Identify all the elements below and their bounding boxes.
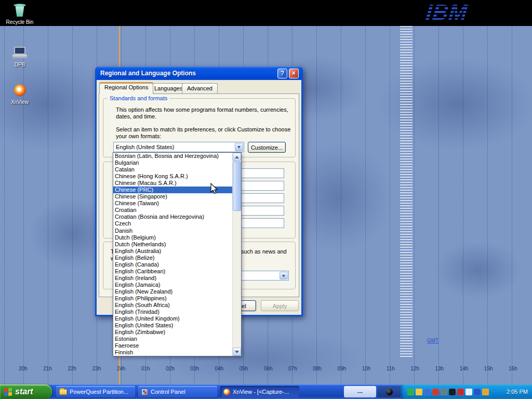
desktop-icon-label: Recycle Bin [0,19,39,25]
taskbar-clock[interactable]: 2:05 PM [507,389,528,395]
timezone-label: 21h [43,366,52,371]
start-button-label: start [15,387,33,396]
apply-button[interactable]: Apply [261,300,299,311]
chevron-down-icon[interactable] [280,272,288,280]
timezone-label: 05h [240,366,248,371]
tray-icon-1[interactable] [407,389,414,395]
language-option[interactable]: Estonian [113,336,232,342]
timezone-label: 22h [68,366,76,371]
taskbar-icon-button[interactable] [378,386,401,397]
language-option[interactable]: Croatian (Bosnia and Herzegovina) [113,214,232,220]
ibm-logo: IBM [426,0,486,25]
taskbar-button-powerquest[interactable]: PowerQuest Partition... [56,386,135,397]
mouse-cursor [210,183,218,195]
taskbar-button-label: Control Panel [151,389,185,395]
language-list-scrollbar[interactable] [232,153,241,356]
tray-icon-9[interactable] [474,389,481,395]
tray-icon-5[interactable] [441,389,447,395]
language-option[interactable]: Bosnian (Latin, Bosnia and Herzegovina) [113,153,232,159]
folder-icon [59,389,67,395]
timezone-label: 20h [19,366,28,371]
desktop-icon-label: XnView [0,99,39,105]
timezone-label: 11h [387,366,395,371]
timezone-label: 14h [460,366,469,371]
timezone-label: 06h [264,366,273,371]
tray-icon-6[interactable] [449,389,456,395]
language-option[interactable]: Dutch (Belgium) [113,234,232,241]
desktop-icon-label: DPB [0,62,39,68]
language-option[interactable]: English (New Zealand) [113,288,232,295]
timezone-label: 23h [92,366,101,371]
timezone-label: 08h [313,366,322,371]
system-tray: 2:05 PM [401,384,532,399]
language-option[interactable]: English (Zimbabwe) [113,329,232,336]
taskbar-button-label: PowerQuest Partition... [70,389,128,395]
language-option[interactable]: Chinese (Taiwan) [113,200,232,207]
desktop-icon-recycle-bin[interactable]: Recycle Bin [0,3,39,25]
xnview-icon [223,389,230,395]
tray-icon-10[interactable] [482,389,489,395]
ibm-logo-stripes [426,0,486,25]
timezone-label: 15h [484,366,493,371]
language-option[interactable]: Czech [113,220,232,227]
language-option[interactable]: English (Philippines) [113,295,232,302]
timezone-label: 03h [190,366,199,371]
tab-advanced[interactable]: Advanced [182,83,218,94]
language-option[interactable]: Danish [113,228,232,234]
help-button[interactable]: ? [277,69,287,78]
chevron-down-icon[interactable] [235,143,243,151]
recycle-bin-icon [12,3,28,18]
control-panel-icon [141,389,148,395]
desktop-icon-xnview[interactable]: XnView [0,83,39,105]
timezone-label: 09h [337,366,346,371]
tray-icon-2[interactable] [416,389,422,395]
language-option[interactable]: English (Belize) [113,255,232,261]
language-option[interactable]: English (United Kingdom) [113,315,232,322]
tab-regional-options[interactable]: Regional Options [99,82,153,94]
tray-icon-4[interactable] [432,389,439,395]
tray-icon-3[interactable] [424,389,431,395]
language-option[interactable]: English (Jamaica) [113,282,232,288]
tray-icon-8[interactable] [466,389,472,395]
language-option[interactable]: Bulgarian [113,159,232,166]
language-option[interactable]: Catalan [113,166,232,173]
taskbar-separator-button[interactable]: --- [344,386,376,397]
date-line-band [400,26,413,358]
timezone-label: 07h [288,366,297,371]
language-dropdown-list[interactable]: Bosnian (Latin, Bosnia and Herzegovina)B… [113,152,242,356]
taskbar-button-control-panel[interactable]: Control Panel [138,386,217,397]
desktop-top-band: IBM [0,0,532,26]
close-button[interactable]: × [289,69,299,78]
timezone-label: 16h [509,366,517,371]
tray-icon-7[interactable] [457,389,464,395]
scrollbar-thumb[interactable] [233,162,241,211]
language-option[interactable]: Croatian [113,207,232,214]
taskbar: start PowerQuest Partition... Control Pa… [0,384,532,399]
language-option[interactable]: English (South Africa) [113,302,232,309]
language-option[interactable]: Finnish [113,349,232,356]
language-option[interactable]: English (Ireland) [113,275,232,282]
language-option[interactable]: English (Trinidad) [113,309,232,315]
standards-description: This option affects how some programs fo… [116,107,296,120]
scroll-up-button[interactable] [233,153,241,161]
laptop-icon [12,46,28,60]
format-combobox-value: English (United States) [116,144,175,150]
start-button[interactable]: start [0,384,52,399]
desktop-icon-dpb[interactable]: DPB [0,46,39,68]
scroll-down-button[interactable] [233,348,241,356]
language-option[interactable]: Faeroese [113,342,232,349]
language-option[interactable]: Dutch (Netherlands) [113,241,232,248]
language-option[interactable]: English (United States) [113,322,232,329]
language-option[interactable]: English (Australia) [113,248,232,255]
group-legend: Standards and formats [108,95,169,101]
black-ball-icon [386,389,393,395]
customize-button[interactable]: Customize... [248,142,286,153]
language-option[interactable]: English (Canada) [113,261,232,268]
format-combobox[interactable]: English (United States) [113,142,244,152]
language-option[interactable]: English (Caribbean) [113,268,232,275]
language-option[interactable]: Chinese (Hong Kong S.A.R.) [113,173,232,180]
dialog-titlebar[interactable]: Regional and Language Options ? × [97,66,301,80]
taskbar-button-xnview[interactable]: XnView - [<Capture-... [220,386,299,397]
windows-flag-icon [4,388,12,396]
gmt-label: GMT [427,338,438,343]
